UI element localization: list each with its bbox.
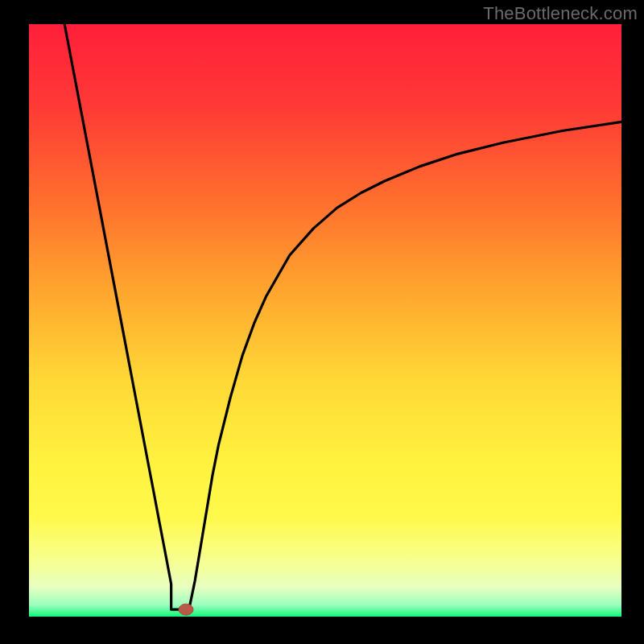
chart-svg bbox=[29, 24, 621, 617]
plot-frame bbox=[29, 24, 621, 617]
gradient-background bbox=[29, 24, 621, 617]
minimum-marker bbox=[179, 604, 193, 615]
chart-container: TheBottleneck.com bbox=[0, 0, 644, 644]
marker-group bbox=[179, 604, 193, 615]
watermark-text: TheBottleneck.com bbox=[483, 3, 638, 24]
